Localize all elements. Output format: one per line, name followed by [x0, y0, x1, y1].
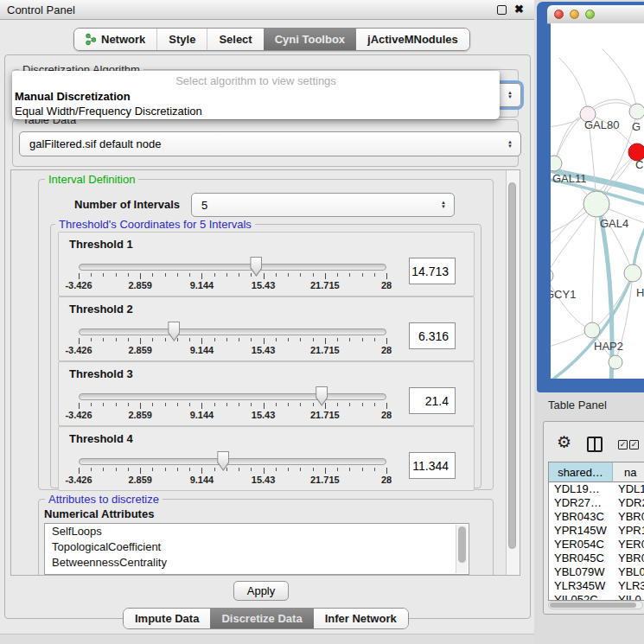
table-row[interactable]: YDR27…YDR2 — [549, 496, 644, 510]
threshold-1-slider[interactable]: -3.4262.8599.14415.4321.71528 — [79, 233, 386, 296]
threshold-1-value[interactable]: 14.713 — [409, 258, 456, 284]
network-node[interactable] — [583, 191, 609, 217]
column-header-shared-name[interactable]: shared… — [549, 462, 613, 482]
attribute-list-item[interactable]: TopologicalCoefficient — [45, 539, 469, 555]
slider-handle[interactable] — [250, 257, 262, 277]
column-header-name[interactable]: na — [613, 462, 644, 482]
network-node[interactable] — [624, 265, 641, 282]
float-window-icon[interactable] — [497, 5, 507, 15]
slider-tick-label: 15.43 — [252, 410, 276, 420]
threshold-3-slider[interactable]: -3.4262.8599.14415.4321.71528 — [79, 362, 386, 425]
tab-cyni-toolbox[interactable]: Cyni Toolbox — [264, 29, 356, 50]
slider-track[interactable] — [79, 393, 386, 400]
column-layout-icon[interactable] — [587, 437, 603, 452]
cell-name[interactable]: YBR0 — [613, 510, 644, 524]
network-node[interactable] — [629, 104, 644, 119]
slider-track[interactable] — [79, 458, 386, 465]
cell-shared-name[interactable]: YPR145W — [549, 524, 613, 538]
cell-name[interactable]: YLR3 — [613, 579, 644, 593]
network-canvas[interactable]: GAL80GCGAL11GAL4GCY1HHAP2 — [551, 23, 644, 379]
cell-name[interactable]: YDR2 — [613, 496, 644, 510]
slider-tick — [116, 338, 117, 341]
cell-name[interactable]: YIL0 — [613, 593, 644, 601]
cell-shared-name[interactable]: YER054C — [549, 538, 613, 552]
table-row[interactable]: YPR145WYPR1 — [549, 524, 644, 538]
network-node[interactable] — [584, 322, 600, 338]
cell-name[interactable]: YPR1 — [613, 524, 644, 538]
slider-tick — [276, 338, 277, 341]
tab-impute-data[interactable]: Impute Data — [124, 609, 210, 628]
cell-shared-name[interactable]: YDL19… — [549, 482, 613, 496]
table-row[interactable]: YER054CYER0 — [549, 538, 644, 552]
network-node[interactable] — [551, 156, 562, 171]
cell-name[interactable]: YER0 — [613, 538, 644, 552]
threshold-3-value[interactable]: 21.4 — [409, 387, 456, 414]
slider-handle[interactable] — [316, 386, 328, 406]
slider-tick — [264, 338, 265, 344]
checkbox-icon[interactable]: ✓ — [629, 440, 639, 450]
table-row[interactable]: YBR045CYBR0 — [549, 552, 644, 565]
attributes-list-scrollbar[interactable] — [456, 525, 468, 573]
control-panel-tab-bar: Network Style Select Cyni Toolbox jActiv… — [73, 28, 470, 51]
cell-shared-name[interactable]: YLR345W — [549, 579, 613, 593]
close-icon[interactable]: ✖ — [514, 5, 524, 14]
threshold-2-value[interactable]: 6.316 — [409, 322, 456, 349]
close-traffic-light-icon[interactable] — [554, 10, 564, 19]
tab-network[interactable]: Network — [74, 29, 156, 50]
threshold-2-panel: Threshold 2 -3.4262.8599.14415.4321.7152… — [58, 296, 475, 361]
tab-discretize-data[interactable]: Discretize Data — [210, 609, 313, 628]
slider-tick — [201, 403, 202, 409]
attribute-list-item[interactable]: SelfLoops — [45, 524, 469, 539]
cell-shared-name[interactable]: YIL052C — [549, 593, 613, 601]
network-node[interactable] — [551, 268, 553, 284]
cell-shared-name[interactable]: YBR043C — [549, 510, 613, 524]
cell-shared-name[interactable]: YBL079W — [549, 565, 613, 579]
table-row[interactable]: YIL052CYIL0 — [549, 593, 644, 601]
slider-tick — [152, 403, 153, 406]
settings-scrollbar[interactable] — [506, 170, 520, 575]
slider-tick — [337, 403, 338, 406]
tab-infer-network[interactable]: Infer Network — [314, 609, 408, 628]
slider-track[interactable] — [79, 264, 386, 271]
tab-select[interactable]: Select — [207, 29, 263, 50]
tab-style[interactable]: Style — [156, 29, 207, 50]
dropdown-item-equal-width-frequency[interactable]: Equal Width/Frequency Discretization — [12, 104, 500, 118]
threshold-4-slider[interactable]: -3.4262.8599.14415.4321.71528 — [79, 427, 386, 490]
slider-handle[interactable] — [217, 451, 229, 471]
checkbox-icon[interactable]: ✓ — [618, 440, 628, 450]
table-row[interactable]: YBL079WYBL0 — [549, 565, 644, 579]
threshold-2-slider[interactable]: -3.4262.8599.14415.4321.71528 — [79, 297, 386, 360]
threshold-4-value[interactable]: 11.344 — [409, 452, 456, 479]
apply-button[interactable]: Apply — [233, 581, 289, 601]
slider-tick-label: 28 — [381, 280, 392, 290]
table-row[interactable]: YLR345WYLR3 — [549, 579, 644, 593]
slider-handle[interactable] — [168, 322, 180, 341]
attribute-list-item[interactable]: BetweennessCentrality — [45, 555, 469, 571]
threshold-3-panel: Threshold 3 -3.4262.8599.14415.4321.7152… — [58, 361, 475, 426]
cell-name[interactable]: YBL0 — [613, 565, 644, 579]
window-bottom-edge — [0, 634, 534, 644]
slider-track[interactable] — [79, 328, 386, 335]
cell-name[interactable]: YDL1 — [613, 482, 644, 496]
table-horizontal-scrollbar[interactable] — [548, 601, 643, 609]
network-node[interactable] — [609, 355, 622, 369]
zoom-traffic-light-icon[interactable] — [585, 10, 595, 19]
cell-shared-name[interactable]: YBR045C — [549, 552, 613, 565]
slider-tick — [152, 468, 153, 471]
table-row[interactable]: YDL19…YDL1 — [549, 482, 644, 496]
slider-tick — [325, 468, 326, 474]
minimize-traffic-light-icon[interactable] — [570, 10, 579, 19]
dropdown-item-manual-discretization[interactable]: Manual Discretization — [12, 89, 500, 104]
tab-jactivemnodules[interactable]: jActiveMNodules — [356, 29, 469, 50]
cell-shared-name[interactable]: YDR27… — [549, 496, 613, 510]
number-of-intervals-select[interactable]: 5 ▲▼ — [191, 193, 455, 217]
slider-tick — [103, 273, 104, 277]
tab-select-label: Select — [219, 33, 252, 46]
slider-tick-label: 21.715 — [310, 410, 340, 420]
table-data-select-value: galFiltered.sif default node — [29, 137, 161, 150]
table-data-select[interactable]: galFiltered.sif default node ▲▼ — [19, 131, 521, 156]
table-row[interactable]: YBR043CYBR0 — [549, 510, 644, 524]
cell-name[interactable]: YBR0 — [613, 552, 644, 565]
slider-tick — [288, 468, 289, 471]
gear-icon[interactable]: ⚙ — [557, 434, 571, 450]
